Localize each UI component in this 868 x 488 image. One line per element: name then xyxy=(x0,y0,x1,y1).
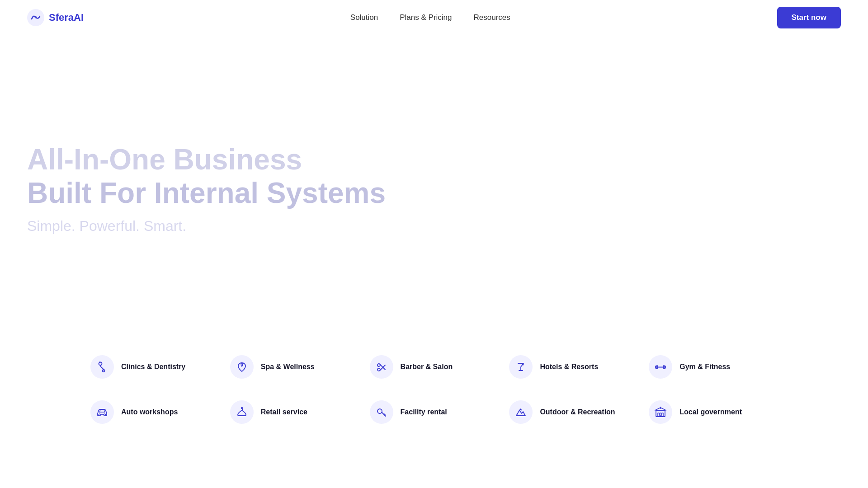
hero-title-line1: All-In-One Business xyxy=(27,143,841,177)
nav-links: Solution Plans & Pricing Resources xyxy=(350,13,510,22)
svg-rect-23 xyxy=(656,410,665,417)
category-facility[interactable]: Facility rental xyxy=(370,397,499,427)
government-icon-wrap xyxy=(649,400,672,424)
key-icon xyxy=(375,406,388,418)
hotels-label: Hotels & Resorts xyxy=(540,362,598,372)
svg-rect-26 xyxy=(660,413,661,415)
category-barber[interactable]: Barber & Salon xyxy=(370,352,499,382)
spa-label: Spa & Wellness xyxy=(261,362,315,372)
category-spa[interactable]: Spa & Wellness xyxy=(230,352,359,382)
category-auto[interactable]: Auto workshops xyxy=(90,397,219,427)
stethoscope-icon xyxy=(96,361,108,373)
category-hotels[interactable]: Hotels & Resorts xyxy=(509,352,638,382)
nav-resources[interactable]: Resources xyxy=(474,13,510,22)
start-now-button[interactable]: Start now xyxy=(777,7,841,28)
category-gym[interactable]: Gym & Fitness xyxy=(649,352,778,382)
svg-line-8 xyxy=(380,365,385,370)
dumbbell-icon xyxy=(654,361,667,373)
nav-plans-pricing[interactable]: Plans & Pricing xyxy=(400,13,452,22)
hotels-icon-wrap xyxy=(509,355,533,379)
auto-icon-wrap xyxy=(90,400,114,424)
outdoor-label: Outdoor & Recreation xyxy=(540,408,615,417)
logo[interactable]: SferaAI xyxy=(27,9,84,26)
logo-text: SferaAI xyxy=(49,12,84,23)
hero-section: All-In-One Business Built For Internal S… xyxy=(0,35,868,324)
logo-icon xyxy=(27,9,44,26)
svg-point-2 xyxy=(99,362,102,366)
hero-subtitle: Simple. Powerful. Smart. xyxy=(27,218,841,235)
svg-point-20 xyxy=(377,409,382,413)
svg-point-3 xyxy=(103,370,105,372)
spa-icon-wrap xyxy=(230,355,254,379)
svg-point-1 xyxy=(34,16,37,19)
category-government[interactable]: Local government xyxy=(649,397,778,427)
svg-line-9 xyxy=(380,365,385,371)
hanger-icon xyxy=(236,406,248,418)
spa-icon xyxy=(236,361,248,373)
category-retail[interactable]: Retail service xyxy=(230,397,359,427)
scissors-icon xyxy=(375,361,388,373)
hero-title-line2: Built For Internal Systems xyxy=(27,177,841,210)
facility-label: Facility rental xyxy=(401,408,447,417)
gym-icon-wrap xyxy=(649,355,672,379)
building-icon xyxy=(654,406,667,418)
barber-label: Barber & Salon xyxy=(401,362,453,372)
svg-point-11 xyxy=(523,364,524,366)
auto-label: Auto workshops xyxy=(121,408,178,417)
car-icon xyxy=(96,406,108,418)
svg-point-17 xyxy=(99,414,101,416)
svg-point-19 xyxy=(241,408,242,409)
category-clinics[interactable]: Clinics & Dentistry xyxy=(90,352,219,382)
svg-point-28 xyxy=(660,407,661,408)
mountain-icon xyxy=(514,406,527,418)
svg-point-18 xyxy=(104,414,106,416)
gym-label: Gym & Fitness xyxy=(679,362,730,372)
svg-rect-24 xyxy=(658,413,659,417)
outdoor-icon-wrap xyxy=(509,400,533,424)
government-label: Local government xyxy=(679,408,742,417)
retail-label: Retail service xyxy=(261,408,307,417)
clinics-icon-wrap xyxy=(90,355,114,379)
facility-icon-wrap xyxy=(370,400,393,424)
categories-grid: Clinics & Dentistry Spa & Wellness B xyxy=(90,352,778,427)
categories-section: Clinics & Dentistry Spa & Wellness B xyxy=(0,324,868,464)
category-outdoor[interactable]: Outdoor & Recreation xyxy=(509,397,638,427)
cocktail-icon xyxy=(514,361,527,373)
barber-icon-wrap xyxy=(370,355,393,379)
navbar: SferaAI Solution Plans & Pricing Resourc… xyxy=(0,0,868,35)
retail-icon-wrap xyxy=(230,400,254,424)
svg-rect-25 xyxy=(662,413,663,417)
nav-solution[interactable]: Solution xyxy=(350,13,378,22)
clinics-label: Clinics & Dentistry xyxy=(121,362,185,372)
